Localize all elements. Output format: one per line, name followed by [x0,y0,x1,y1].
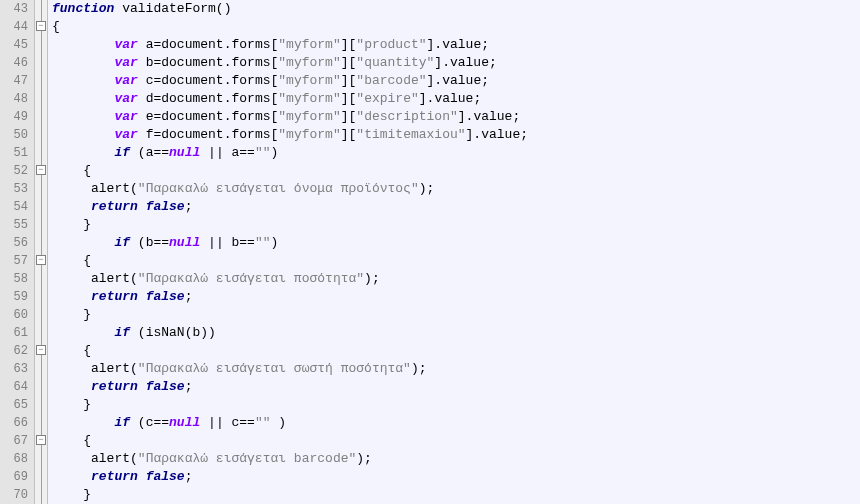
line-number: 70 [0,486,28,504]
code-line[interactable]: } [52,306,860,324]
code-line[interactable]: return false; [52,288,860,306]
line-number: 47 [0,72,28,90]
line-number: 45 [0,36,28,54]
line-number-gutter: 4344454647484950515253545556575859606162… [0,0,34,504]
line-number: 65 [0,396,28,414]
line-number: 64 [0,378,28,396]
line-number: 55 [0,216,28,234]
code-line[interactable]: if (a==null || a=="") [52,144,860,162]
fold-column: −−−−− [34,0,48,504]
line-number: 68 [0,450,28,468]
line-number: 43 [0,0,28,18]
fold-toggle-icon[interactable]: − [36,435,46,445]
code-line[interactable]: return false; [52,378,860,396]
code-line[interactable]: { [52,342,860,360]
code-line[interactable]: { [52,252,860,270]
code-line[interactable]: { [52,432,860,450]
line-number: 46 [0,54,28,72]
code-line[interactable]: return false; [52,468,860,486]
code-line[interactable]: var e=document.forms["myform"]["descript… [52,108,860,126]
line-number: 54 [0,198,28,216]
line-number: 57 [0,252,28,270]
code-line[interactable]: var b=document.forms["myform"]["quantity… [52,54,860,72]
code-area[interactable]: function validateForm(){ var a=document.… [48,0,860,504]
line-number: 62 [0,342,28,360]
line-number: 44 [0,18,28,36]
line-number: 50 [0,126,28,144]
line-number: 60 [0,306,28,324]
line-number: 53 [0,180,28,198]
fold-toggle-icon[interactable]: − [36,255,46,265]
line-number: 59 [0,288,28,306]
code-line[interactable]: } [52,216,860,234]
line-number: 61 [0,324,28,342]
line-number: 63 [0,360,28,378]
line-number: 48 [0,90,28,108]
fold-toggle-icon[interactable]: − [36,21,46,31]
code-line[interactable]: if (c==null || c=="" ) [52,414,860,432]
code-line[interactable]: var c=document.forms["myform"]["barcode"… [52,72,860,90]
line-number: 49 [0,108,28,126]
code-line[interactable]: { [52,162,860,180]
code-line[interactable]: alert("Παρακαλώ εισάγεται barcode"); [52,450,860,468]
line-number: 56 [0,234,28,252]
fold-toggle-icon[interactable]: − [36,345,46,355]
code-line[interactable]: alert("Παρακαλώ εισάγεται όνομα προϊόντο… [52,180,860,198]
code-line[interactable]: if (isNaN(b)) [52,324,860,342]
code-line[interactable]: if (b==null || b=="") [52,234,860,252]
code-line[interactable]: var f=document.forms["myform"]["timitema… [52,126,860,144]
line-number: 66 [0,414,28,432]
line-number: 69 [0,468,28,486]
code-line[interactable]: return false; [52,198,860,216]
code-line[interactable]: } [52,486,860,504]
code-line[interactable]: } [52,396,860,414]
line-number: 51 [0,144,28,162]
line-number: 58 [0,270,28,288]
line-number: 52 [0,162,28,180]
code-line[interactable]: function validateForm() [52,0,860,18]
fold-toggle-icon[interactable]: − [36,165,46,175]
code-line[interactable]: { [52,18,860,36]
code-line[interactable]: alert("Παρακαλώ εισάγεται σωστή ποσότητα… [52,360,860,378]
code-line[interactable]: var d=document.forms["myform"]["expire"]… [52,90,860,108]
line-number: 67 [0,432,28,450]
code-line[interactable]: var a=document.forms["myform"]["product"… [52,36,860,54]
code-line[interactable]: alert("Παρακαλώ εισάγεται ποσότητα"); [52,270,860,288]
